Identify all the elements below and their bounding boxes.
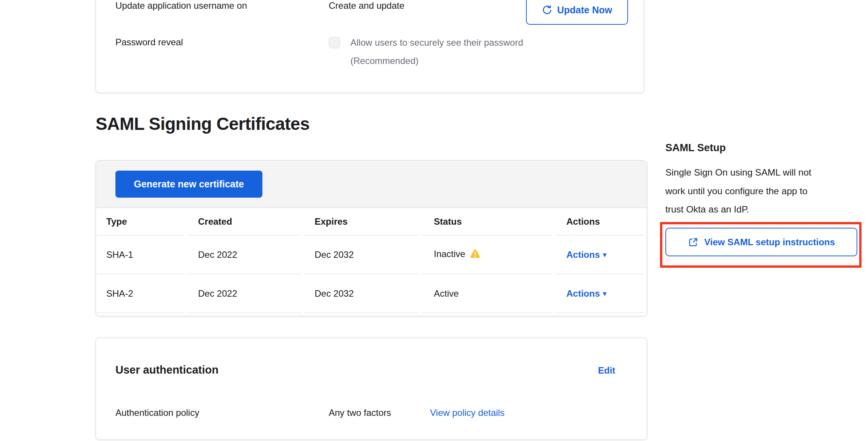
column-header-status: Status (421, 208, 555, 235)
refresh-icon (542, 5, 552, 15)
actions-dropdown[interactable]: Actions▾ (566, 288, 606, 299)
view-saml-setup-instructions-button[interactable]: View SAML setup instructions (665, 228, 857, 256)
username-update-value: Create and update (329, 0, 404, 11)
checkbox-label-line1: Allow users to securely see their passwo… (350, 34, 523, 52)
view-saml-setup-instructions-label: View SAML setup instructions (704, 237, 835, 248)
certificates-panel-toolbar: Generate new certificate (96, 161, 647, 208)
view-policy-details-link[interactable]: View policy details (430, 407, 505, 419)
username-update-label: Update application username on (115, 0, 247, 11)
column-header-created: Created (188, 208, 304, 235)
saml-setup-heading: SAML Setup (665, 141, 726, 154)
generate-new-certificate-button[interactable]: Generate new certificate (115, 171, 262, 198)
authentication-policy-value: Any two factors (329, 407, 391, 419)
cert-actions-cell: Actions▾ (555, 274, 647, 313)
saml-certificates-panel: Generate new certificate Type Created Ex… (96, 160, 647, 316)
user-authentication-panel: User authentication Edit Authentication … (96, 338, 647, 440)
status-text: Inactive (434, 249, 465, 259)
cert-expires-cell: Dec 2032 (304, 274, 421, 313)
actions-label: Actions (566, 249, 600, 260)
caret-down-icon: ▾ (603, 290, 606, 297)
table-row: SHA-2 Dec 2022 Dec 2032 Active Actions▾ (96, 274, 647, 313)
description-line: trust Okta as an IdP. (665, 200, 856, 219)
actions-dropdown[interactable]: Actions▾ (566, 249, 606, 260)
password-reveal-checkbox-label: Allow users to securely see their passwo… (350, 34, 523, 70)
user-authentication-heading: User authentication (115, 363, 219, 377)
cert-type-cell: SHA-2 (96, 274, 188, 313)
cert-actions-cell: Actions▾ (555, 235, 647, 274)
cert-expires-cell: Dec 2032 (304, 235, 421, 274)
table-header-row: Type Created Expires Status Actions (96, 208, 647, 235)
edit-link[interactable]: Edit (598, 365, 615, 376)
table-row: SHA-1 Dec 2022 Dec 2032 Inactive Actions… (96, 235, 647, 274)
cert-created-cell: Dec 2022 (188, 274, 304, 313)
saml-signing-certificates-heading: SAML Signing Certificates (96, 114, 310, 134)
app-settings-panel: Update application username on Create an… (96, 0, 644, 93)
cert-status-cell: Inactive (421, 235, 555, 274)
warning-icon (470, 249, 480, 261)
caret-down-icon: ▾ (603, 251, 606, 259)
password-reveal-checkbox[interactable] (329, 37, 340, 48)
actions-label: Actions (566, 288, 600, 299)
external-link-icon (688, 237, 699, 248)
update-now-label: Update Now (557, 5, 612, 16)
description-line: work until you configure the app to (665, 182, 856, 201)
column-header-type: Type (96, 208, 188, 235)
saml-setup-description: Single Sign On using SAML will not work … (665, 163, 856, 219)
cert-type-cell: SHA-1 (96, 235, 188, 274)
update-now-button[interactable]: Update Now (526, 0, 628, 25)
description-line: Single Sign On using SAML will not (665, 163, 856, 182)
status-text: Active (434, 288, 459, 299)
certificates-table: Type Created Expires Status Actions SHA-… (96, 208, 647, 313)
password-reveal-label: Password reveal (115, 37, 183, 48)
cert-created-cell: Dec 2022 (188, 235, 304, 274)
checkbox-label-line2: (Recommended) (350, 52, 523, 70)
cert-status-cell: Active (421, 274, 555, 313)
authentication-policy-label: Authentication policy (115, 407, 199, 419)
column-header-actions: Actions (555, 208, 647, 235)
column-header-expires: Expires (304, 208, 421, 235)
